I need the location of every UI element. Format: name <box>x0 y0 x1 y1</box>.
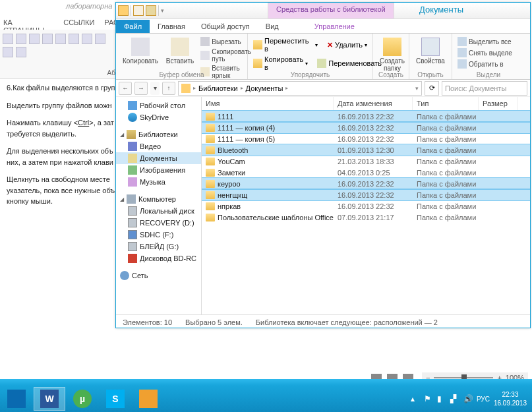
navigation-pane[interactable]: Рабочий стол SkyDrive ◢Библиотеки Видео … <box>116 97 202 314</box>
qat-icon[interactable] <box>133 5 144 16</box>
zoom-slider[interactable] <box>434 377 493 378</box>
copy-path-icon <box>200 51 210 60</box>
word-ribbon-icon[interactable] <box>95 34 105 44</box>
nav-network[interactable]: Сеть <box>116 270 201 281</box>
copy-icon <box>131 38 150 56</box>
copy-path-button[interactable]: Скопировать путь <box>199 47 252 63</box>
chevron-right-icon[interactable]: ▸ <box>241 85 243 91</box>
delete-button[interactable]: ✕Удалить▾ <box>326 36 369 53</box>
word-ribbon-icon[interactable] <box>3 47 13 57</box>
copy-to-button[interactable]: Копировать в▾ <box>252 55 309 72</box>
new-folder-button[interactable]: Создать папку <box>377 36 407 73</box>
move-to-button[interactable]: Переместить в▾ <box>252 36 319 53</box>
word-ribbon-icon[interactable] <box>55 34 66 44</box>
file-row[interactable]: Bluetooth01.09.2013 12:30Папка с файлами <box>202 144 530 156</box>
file-list-pane[interactable]: Имя Дата изменения Тип Размер 111116.09.… <box>202 97 530 314</box>
nav-libraries[interactable]: ◢Библиотеки <box>116 129 201 140</box>
volume-icon[interactable]: 🔊 <box>463 394 473 403</box>
file-row[interactable]: Пользовательские шаблоны Office07.09.201… <box>202 212 530 223</box>
select-none-button[interactable]: Снять выделе <box>456 47 514 58</box>
wifi-icon[interactable]: ▞ <box>450 394 459 403</box>
history-dropdown[interactable]: ▾ <box>150 82 160 95</box>
search-input[interactable]: Поиск: Документы <box>442 81 527 96</box>
copy-button[interactable]: Копировать <box>120 36 161 66</box>
tab-view[interactable]: Вид <box>258 20 287 33</box>
language-indicator[interactable]: РУС <box>477 396 490 403</box>
ribbon: Копировать Вставить Вырезать Скопировать… <box>116 34 530 80</box>
word-ribbon-icon[interactable] <box>29 34 40 44</box>
file-row[interactable]: Заметки04.09.2013 0:25Папка с файлами <box>202 167 530 178</box>
invert-selection-button[interactable]: Обратить в <box>456 59 514 69</box>
context-tab-library[interactable]: Средства работы с библиотекой <box>268 3 394 18</box>
clock[interactable]: 22:33 16.09.2013 <box>494 390 527 407</box>
taskbar-skype[interactable]: S <box>100 387 131 411</box>
taskbar-item[interactable] <box>1 387 32 411</box>
chevron-right-icon[interactable]: ▸ <box>193 85 196 91</box>
column-size[interactable]: Размер <box>479 97 518 110</box>
folder-icon <box>181 84 191 93</box>
nav-desktop[interactable]: Рабочий стол <box>116 100 201 111</box>
nav-video[interactable]: Видео <box>116 140 201 152</box>
folder-icon <box>206 214 215 221</box>
file-row[interactable]: ненгщкщ16.09.2013 22:32Папка с файлами <box>202 189 530 200</box>
nav-computer[interactable]: ◢Компьютер <box>116 193 201 205</box>
nav-skydrive[interactable]: SkyDrive <box>116 111 201 123</box>
images-icon <box>128 165 137 175</box>
column-type[interactable]: Тип <box>413 97 479 110</box>
drive-icon <box>128 206 137 216</box>
file-row[interactable]: 111116.09.2013 22:32Папка с файлами <box>202 111 530 122</box>
select-all-button[interactable]: Выделить все <box>456 36 514 47</box>
nav-blade[interactable]: БЛЕЙД (G:) <box>116 241 201 252</box>
nav-music[interactable]: Музыка <box>116 176 201 188</box>
word-ribbon-icon[interactable] <box>82 34 92 44</box>
file-type-cell: Папка с файлами <box>413 169 479 177</box>
up-button[interactable]: ↑ <box>162 82 175 95</box>
tray-icon[interactable]: ⚑ <box>424 394 433 403</box>
nav-documents[interactable]: Документы <box>116 152 201 164</box>
word-ribbon-icon[interactable] <box>16 34 26 44</box>
paste-button[interactable]: Вставить <box>163 36 196 66</box>
back-button[interactable]: ← <box>119 82 132 95</box>
breadcrumb-item[interactable]: Библиотеки <box>198 84 238 92</box>
nav-images[interactable]: Изображения <box>116 164 201 176</box>
titlebar[interactable]: ▾ Средства работы с библиотекой Документ… <box>116 3 530 19</box>
tab-home[interactable]: Главная <box>150 20 193 33</box>
qat-icon[interactable] <box>146 5 156 16</box>
breadcrumb[interactable]: ▸ Библиотеки ▸ Документы ▸ ▾ <box>178 81 422 96</box>
tab-share[interactable]: Общий доступ <box>193 20 258 33</box>
dropdown-icon[interactable]: ▾ <box>415 85 419 92</box>
tab-file[interactable]: Файл <box>116 20 150 33</box>
folder-icon[interactable] <box>118 5 129 16</box>
file-row[interactable]: YouCam21.03.2013 18:33Папка с файлами <box>202 156 530 167</box>
tab-manage[interactable]: Управление <box>307 20 363 33</box>
tray-up-icon[interactable]: ▴ <box>411 394 420 403</box>
word-ribbon-icon[interactable] <box>16 47 26 57</box>
taskbar-word[interactable]: W <box>34 387 65 411</box>
taskbar-utorrent[interactable]: µ <box>67 387 98 411</box>
column-date[interactable]: Дата изменения <box>334 97 413 110</box>
breadcrumb-item[interactable]: Документы <box>246 84 283 92</box>
properties-button[interactable]: Свойства <box>413 36 448 66</box>
file-row[interactable]: 1111 — копия (4)16.09.2013 22:32Папка с … <box>202 122 530 133</box>
word-ribbon-icon[interactable] <box>69 34 79 44</box>
nav-local-disk[interactable]: Локальный диск <box>116 205 201 217</box>
column-name[interactable]: Имя <box>202 97 334 110</box>
file-row[interactable]: нпркав16.09.2013 22:32Папка с файлами <box>202 200 530 212</box>
file-row[interactable]: кеуроо16.09.2013 22:32Папка с файлами <box>202 178 530 189</box>
word-ribbon-icon[interactable] <box>42 34 53 44</box>
forward-button[interactable]: → <box>134 82 148 95</box>
collapse-icon[interactable]: ◢ <box>120 132 124 138</box>
group-label: Создать <box>373 71 409 78</box>
word-ribbon-icon[interactable] <box>3 34 13 44</box>
nav-sdhc[interactable]: SDHC (F:) <box>116 229 201 241</box>
nav-bd-drive[interactable]: Дисковод BD-RС <box>116 252 201 264</box>
chevron-right-icon[interactable]: ▸ <box>285 85 288 91</box>
collapse-icon[interactable]: ◢ <box>120 196 124 202</box>
file-row[interactable]: 1111 — копия (5)16.09.2013 22:32Папка с … <box>202 133 530 144</box>
refresh-button[interactable]: ⟳ <box>425 81 439 96</box>
battery-icon[interactable]: ▮ <box>437 394 446 403</box>
nav-recovery[interactable]: RECOVERY (D:) <box>116 217 201 229</box>
chevron-down-icon[interactable]: ▾ <box>161 7 164 14</box>
cut-button[interactable]: Вырезать <box>199 36 252 47</box>
taskbar-app[interactable] <box>133 387 164 411</box>
